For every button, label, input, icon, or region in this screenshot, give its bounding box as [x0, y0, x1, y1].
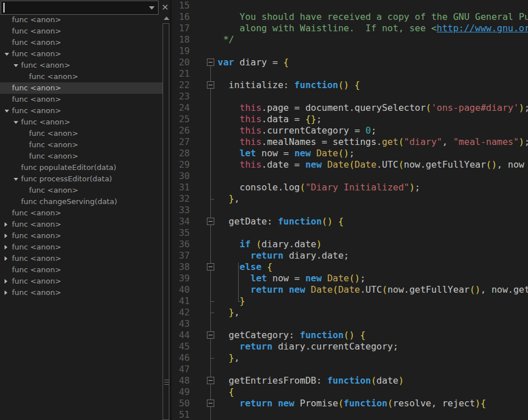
code-line[interactable]: 42 },	[172, 307, 528, 318]
code-line[interactable]: 47	[172, 364, 528, 375]
code-text: return diary.currentCategory;	[218, 341, 398, 352]
code-line[interactable]: 38 else {	[172, 261, 528, 273]
tree-item[interactable]: func <anon>	[0, 37, 163, 48]
function-tree[interactable]: func <anon>func <anon>func <anon>func <a…	[0, 14, 163, 420]
code-line[interactable]: 49 {	[172, 386, 528, 398]
code-line[interactable]: 18 */	[172, 34, 528, 45]
tree-item[interactable]: func <anon>	[0, 48, 163, 60]
tree-item[interactable]: func <anon>	[0, 26, 163, 37]
tree-item[interactable]: func processEditor(data)	[0, 173, 163, 185]
collapsed-arrow-icon[interactable]	[5, 279, 7, 284]
code-line[interactable]: 37 return diary.date;	[172, 250, 528, 261]
expanded-arrow-icon[interactable]	[5, 110, 9, 113]
tree-item[interactable]: func <anon>	[0, 117, 163, 128]
code-text: getEntriesFromDB: function(date)	[218, 375, 404, 386]
code-line[interactable]: 20var diary = {	[172, 57, 528, 68]
expanded-arrow-icon[interactable]	[14, 178, 18, 181]
line-number: 28	[172, 148, 190, 159]
tree-item[interactable]: func <anon>	[0, 264, 163, 276]
code-line[interactable]: 28 let now = new Date();	[172, 148, 528, 159]
code-line[interactable]: 16 You should have received a copy of th…	[172, 11, 528, 23]
tree-item[interactable]: func <anon>	[0, 82, 163, 94]
code-line[interactable]: 45 return diary.currentCategory;	[172, 341, 528, 352]
fold-toggle-icon[interactable]	[207, 218, 214, 225]
tree-item[interactable]: func <anon>	[0, 253, 163, 264]
code-editor[interactable]: 1516 You should have received a copy of …	[172, 0, 528, 420]
chevron-down-icon[interactable]	[149, 6, 155, 10]
code-line[interactable]: 15	[172, 0, 528, 11]
code-line[interactable]: 33	[172, 205, 528, 216]
code-line[interactable]: 46 },	[172, 352, 528, 364]
fold-toggle-icon[interactable]	[207, 331, 214, 339]
code-line[interactable]: 35	[172, 227, 528, 239]
code-line[interactable]: 27 this.mealNames = settings.get("diary"…	[172, 136, 528, 148]
code-line[interactable]: 24 this.page = document.querySelector('o…	[172, 102, 528, 114]
tree-item[interactable]: func <anon>	[0, 151, 163, 162]
collapsed-arrow-icon[interactable]	[5, 256, 7, 261]
tree-item[interactable]: func <anon>	[0, 287, 163, 298]
line-number: 25	[172, 114, 190, 125]
code-line[interactable]: 36 if (diary.date)	[172, 239, 528, 250]
code-line[interactable]: 40 return new Date(Date.UTC(now.getFullY…	[172, 284, 528, 296]
tree-item-label: func processEditor(data)	[21, 173, 112, 185]
collapsed-arrow-icon[interactable]	[5, 290, 7, 295]
tree-item-label: func <anon>	[12, 26, 61, 37]
tree-item[interactable]: func <anon>	[0, 71, 163, 82]
expanded-arrow-icon[interactable]	[14, 121, 18, 124]
tree-item[interactable]: func <anon>	[0, 105, 163, 117]
code-line[interactable]: 44 getCategory: function() {	[172, 330, 528, 341]
collapsed-arrow-icon[interactable]	[5, 234, 7, 238]
code-line[interactable]: 41 }	[172, 296, 528, 307]
fold-toggle-icon[interactable]	[207, 263, 214, 271]
tree-scrollbar[interactable]	[163, 14, 170, 420]
code-line[interactable]: 43	[172, 318, 528, 330]
code-line[interactable]: 23	[172, 91, 528, 102]
tree-item[interactable]: func <anon>	[0, 60, 163, 71]
code-line[interactable]: 17 along with Waistline. If not, see <ht…	[172, 23, 528, 34]
filter-input[interactable]	[5, 2, 145, 14]
code-line[interactable]: 51	[172, 409, 528, 420]
scrollbar-thumb[interactable]	[163, 23, 169, 420]
tree-item[interactable]: func <anon>	[0, 139, 163, 151]
tree-item[interactable]: func <anon>	[0, 276, 163, 287]
tree-item[interactable]: func <anon>	[0, 94, 163, 105]
expanded-arrow-icon[interactable]	[5, 53, 9, 56]
code-text: this.page = document.querySelector('ons-…	[218, 102, 528, 114]
code-line[interactable]: 32 },	[172, 193, 528, 205]
tree-item[interactable]: func populateEditor(data)	[0, 162, 163, 173]
filter-combo[interactable]	[1, 1, 159, 15]
code-line[interactable]: 29 this.date = new Date(Date.UTC(now.get…	[172, 159, 528, 171]
fold-toggle-icon[interactable]	[207, 400, 214, 407]
collapsed-arrow-icon[interactable]	[5, 245, 7, 249]
code-line[interactable]: 25 this.data = {};	[172, 114, 528, 125]
code-line[interactable]: 22 initialize: function() {	[172, 80, 528, 91]
fold-toggle-icon[interactable]	[207, 59, 214, 66]
code-line[interactable]: 19	[172, 45, 528, 57]
code-line[interactable]: 31 console.log("Diary Initialized");	[172, 182, 528, 193]
app-window: ✕ func <anon>func <anon>func <anon>func …	[0, 0, 528, 420]
tree-item[interactable]: func <anon>	[0, 219, 163, 230]
tree-item[interactable]: func <anon>	[0, 128, 163, 139]
tree-item[interactable]: func <anon>	[0, 14, 163, 26]
tree-item-label: func <anon>	[12, 264, 61, 276]
code-line[interactable]: 30	[172, 171, 528, 182]
expanded-arrow-icon[interactable]	[14, 64, 18, 67]
scrollbar-grip	[164, 384, 169, 385]
fold-toggle-icon[interactable]	[207, 81, 214, 89]
code-line[interactable]: 34 getDate: function() {	[172, 216, 528, 227]
close-button[interactable]: ✕	[160, 2, 170, 13]
tree-item[interactable]: func <anon>	[0, 185, 163, 196]
tree-item[interactable]: func <anon>	[0, 230, 163, 242]
code-line[interactable]: 48 getEntriesFromDB: function(date)	[172, 375, 528, 386]
tree-item[interactable]: func <anon>	[0, 242, 163, 253]
collapsed-arrow-icon[interactable]	[5, 222, 7, 227]
scroll-up-button[interactable]	[163, 14, 170, 23]
code-line[interactable]: 21	[172, 68, 528, 80]
line-number: 40	[172, 284, 190, 296]
tree-item[interactable]: func <anon>	[0, 207, 163, 219]
code-line[interactable]: 39 let now = new Date();	[172, 273, 528, 284]
code-line[interactable]: 50 return new Promise(function(resolve, …	[172, 398, 528, 409]
fold-toggle-icon[interactable]	[207, 377, 214, 384]
code-line[interactable]: 26 this.currentCategory = 0;	[172, 125, 528, 136]
tree-item[interactable]: func changeServing(data)	[0, 196, 163, 207]
